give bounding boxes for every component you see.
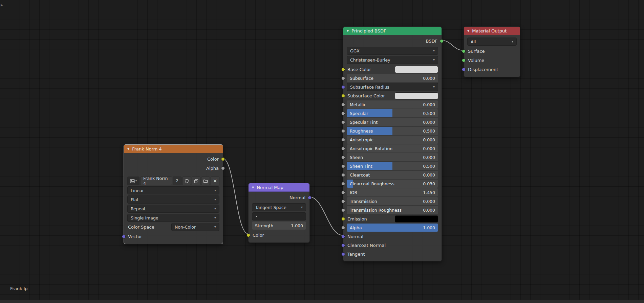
node-image-texture[interactable]: ▼ Frank Norm 4 Color Alpha ▾ Frank Norm … [124,144,223,244]
anisotropic-rotation-slider[interactable]: Anisotropic Rotation 0.000 [347,144,438,153]
socket-subsurface-radius-input[interactable] [341,85,345,89]
chevron-down-icon: ▾ [301,206,303,209]
subsurface-method-dropdown[interactable]: Christensen-Burley ▾ [347,56,438,64]
fake-user-shield-button[interactable] [182,177,191,185]
param-label: Subsurface Color [347,93,385,98]
socket-clearcoat-normal-input[interactable] [341,243,345,247]
socket-volume-input[interactable] [462,59,466,62]
node-principled-bsdf[interactable]: ▼ Principled BSDF BSDF GGX ▾ Christensen… [343,26,442,261]
socket-alpha-input[interactable] [341,226,345,230]
socket-displacement-input[interactable] [462,68,466,71]
image-users-count-button[interactable]: 2 [173,177,181,185]
param-label: Subsurface [347,76,423,81]
extension-dropdown[interactable]: Repeat ▾ [127,205,219,213]
unlink-image-button[interactable]: × [211,177,219,185]
socket-anisotropic-input[interactable] [341,138,345,142]
transmission-roughness-slider[interactable]: Transmission Roughness 0.000 [347,206,438,214]
socket-roughness-input[interactable] [341,129,345,133]
clearcoat-slider[interactable]: Clearcoat 0.000 [347,171,438,179]
socket-color-output[interactable] [221,157,225,161]
socket-surface-input[interactable] [462,49,466,53]
distribution-dropdown[interactable]: GGX ▾ [347,47,438,55]
base-color-swatch[interactable] [395,66,438,73]
input-label-vector: Vector [128,234,142,239]
param-label: Anisotropic [347,137,423,142]
sheen-slider[interactable]: Sheen 0.000 [347,153,438,161]
socket-transmission-input[interactable] [341,200,345,203]
socket-base-color-input[interactable] [341,68,345,71]
collapse-node-icon[interactable]: ▼ [127,147,129,150]
socket-clearcoat-input[interactable] [341,173,345,177]
image-browse-button[interactable]: ▾ [127,177,139,185]
projection-dropdown[interactable]: Flat ▾ [127,195,219,204]
emission-color-swatch[interactable] [395,215,438,223]
socket-clearcoat-roughness-input[interactable] [341,182,345,186]
collapse-node-icon[interactable]: ▼ [467,29,469,32]
socket-color-input[interactable] [246,233,250,237]
duplicate-image-button[interactable] [192,177,200,185]
principled-node-header[interactable]: ▼ Principled BSDF [343,27,442,35]
image-name-field[interactable]: Frank Norm 4 [140,177,172,185]
strength-slider[interactable]: Strength 1.000 [252,222,306,230]
socket-vector-input[interactable] [122,235,126,238]
material-output-node-header[interactable]: ▼ Material Output [464,27,520,35]
specular-slider[interactable]: Specular 0.500 [347,109,438,117]
interpolation-dropdown[interactable]: Linear ▾ [127,186,219,194]
anisotropic-slider[interactable]: Anisotropic 0.000 [347,136,438,144]
socket-emission-input[interactable] [341,217,345,221]
subsurface-slider[interactable]: Subsurface 0.000 [347,74,438,82]
subsurface-color-swatch[interactable] [395,92,438,99]
param-label: IOR [347,190,423,195]
socket-subsurface-color-input[interactable] [341,94,345,98]
socket-subsurface-input[interactable] [341,76,345,80]
subsurface-radius-dropdown[interactable]: Subsurface Radius ▾ [347,83,438,91]
node-editor-canvas[interactable]: ▼ Frank Norm 4 Color Alpha ▾ Frank Norm … [0,0,644,303]
roughness-slider[interactable]: Roughness 0.500 [347,127,438,135]
socket-ior-input[interactable] [341,191,345,194]
socket-tangent-input[interactable] [341,252,345,256]
node-material-output[interactable]: ▼ Material Output All ▾ Surface Volume D… [464,26,520,77]
clearcoat-roughness-slider[interactable]: Clearcoat Roughness 0.030 [347,180,438,188]
sheen-tint-slider[interactable]: Sheen Tint 0.500 [347,162,438,170]
socket-sheen-tint-input[interactable] [341,164,345,168]
socket-normal-input[interactable] [341,235,345,238]
folder-icon [203,179,208,183]
normal-map-node-header[interactable]: ▼ Normal Map [249,183,309,192]
specular-tint-slider[interactable]: Specular Tint 0.000 [347,118,438,126]
param-label: Subsurface Radius [350,85,389,90]
color-space-dropdown[interactable]: Non-Color ▾ [171,223,219,231]
region-collapse-arrow[interactable]: ▶ [1,3,3,7]
wire-bsdf-to-surface [441,40,464,50]
uv-map-field[interactable]: • [252,212,306,220]
open-image-button[interactable] [201,177,210,185]
ior-slider[interactable]: IOR 1.450 [347,188,438,196]
collapse-node-icon[interactable]: ▼ [347,29,349,32]
socket-normal-output[interactable] [308,196,312,200]
output-row-alpha: Alpha [124,164,223,173]
chevron-down-icon: ▾ [433,58,435,62]
socket-transmission-roughness-input[interactable] [341,208,345,212]
socket-anisotropic-rotation-input[interactable] [341,147,345,150]
output-row-bsdf: BSDF [343,37,442,46]
alpha-slider[interactable]: Alpha 1.000 [347,224,438,232]
metallic-slider[interactable]: Metallic 0.000 [347,100,438,109]
node-normal-map[interactable]: ▼ Normal Map Normal Tangent Space ▾ • St… [248,183,310,243]
output-row-normal: Normal [249,193,309,202]
space-dropdown[interactable]: Tangent Space ▾ [252,203,306,211]
param-base-color: Base Color [343,65,442,74]
socket-sheen-input[interactable] [341,156,345,159]
output-row-color: Color [124,155,223,164]
socket-metallic-input[interactable] [341,103,345,107]
output-label-bsdf: BSDF [426,39,437,44]
socket-bsdf-output[interactable] [440,39,444,43]
transmission-slider[interactable]: Transmission 0.000 [347,197,438,205]
output-target-dropdown[interactable]: All ▾ [467,38,517,46]
collapse-node-icon[interactable]: ▼ [252,186,254,189]
socket-specular-input[interactable] [341,112,345,115]
param-label: Normal [347,234,363,239]
source-dropdown[interactable]: Single Image ▾ [127,214,219,222]
extension-value: Repeat [131,206,146,211]
image-texture-node-header[interactable]: ▼ Frank Norm 4 [124,145,223,153]
socket-alpha-output[interactable] [221,166,225,170]
socket-specular-tint-input[interactable] [341,120,345,124]
